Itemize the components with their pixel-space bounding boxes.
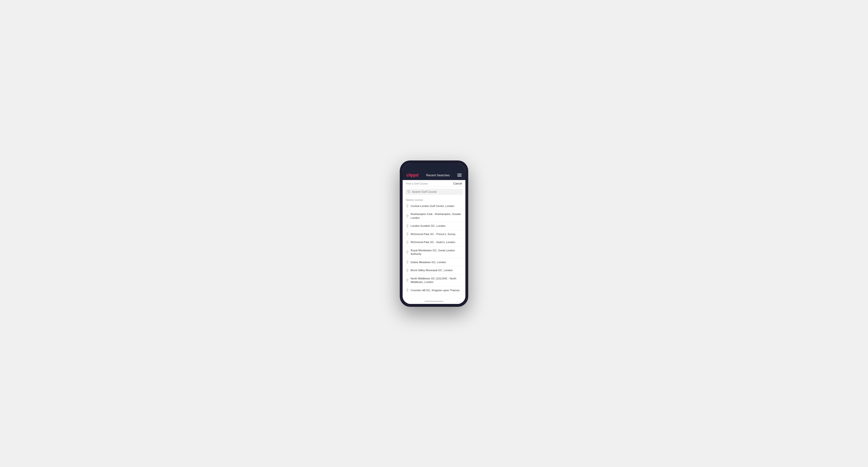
course-name: Coombe Hill GC, Kingston upon Thames [411, 289, 460, 292]
home-bar [425, 301, 443, 302]
header-title: Recent Searches [426, 174, 450, 177]
course-name: Roehampton Club - Roehampton, Greater Lo… [411, 212, 462, 220]
location-pin-icon [406, 251, 409, 254]
nearby-section-label: Nearby courses [403, 197, 465, 202]
location-pin-icon [406, 260, 409, 264]
course-name: Richmond Park GC - Duke's, London [411, 241, 455, 244]
status-bar [403, 163, 465, 171]
location-pin-icon [406, 215, 409, 218]
svg-point-3 [407, 215, 408, 216]
list-item[interactable]: North Middlesex GC (1011942 - North Midd… [403, 275, 465, 286]
svg-point-6 [407, 241, 408, 242]
list-item[interactable]: Coombe Hill GC, Kingston upon Thames [403, 286, 465, 295]
location-pin-icon [406, 205, 409, 208]
hamburger-icon[interactable] [457, 174, 462, 177]
svg-point-11 [407, 289, 408, 290]
location-pin-icon [406, 224, 409, 228]
app-logo: clippd [406, 173, 418, 178]
hamburger-line-1 [457, 174, 462, 174]
location-pin-icon [406, 269, 409, 272]
svg-point-7 [407, 251, 408, 252]
course-name: North Middlesex GC (1011942 - North Midd… [411, 277, 462, 284]
search-input[interactable] [412, 190, 461, 193]
course-name: London Scottish GC, London [411, 224, 445, 228]
location-pin-icon [406, 289, 409, 292]
list-item[interactable]: Richmond Park GC - Duke's, London [403, 238, 465, 247]
app-header: clippd Recent Searches [403, 171, 465, 180]
list-item[interactable]: Roehampton Club - Roehampton, Greater Lo… [403, 210, 465, 222]
svg-point-0 [408, 191, 409, 192]
location-pin-icon [406, 232, 409, 236]
search-box [405, 189, 463, 195]
course-name: Brent Valley Municipal GC, London [411, 269, 453, 272]
courses-container: Nearby courses Central London Golf Centr… [403, 197, 465, 299]
find-label: Find a Golf Course [406, 182, 428, 185]
course-name: Central London Golf Centre, London [411, 205, 454, 208]
list-item[interactable]: Central London Golf Centre, London [403, 202, 465, 211]
svg-point-4 [407, 225, 408, 226]
phone-screen: clippd Recent Searches Find a Golf Cours… [403, 163, 465, 304]
course-name: Richmond Park GC - Prince's, Surrey [411, 232, 456, 236]
list-item[interactable]: Dukes Meadows GC, London [403, 258, 465, 267]
svg-line-1 [409, 192, 410, 193]
course-name: Royal Wimbledon GC, Great London Authori… [411, 249, 462, 256]
svg-point-10 [407, 279, 408, 280]
find-bar: Find a Golf Course Cancel [403, 180, 465, 187]
svg-point-5 [407, 233, 408, 234]
list-item[interactable]: Royal Wimbledon GC, Great London Authori… [403, 247, 465, 258]
list-item[interactable]: Brent Valley Municipal GC, London [403, 267, 465, 275]
hamburger-line-3 [457, 176, 462, 177]
location-pin-icon [406, 241, 409, 244]
hamburger-line-2 [457, 175, 462, 175]
svg-point-8 [407, 261, 408, 262]
home-indicator [403, 299, 465, 304]
list-item[interactable]: London Scottish GC, London [403, 222, 465, 230]
svg-point-9 [407, 270, 408, 270]
search-wrapper [403, 187, 465, 197]
location-pin-icon [406, 279, 409, 282]
svg-point-2 [407, 205, 408, 206]
course-name: Dukes Meadows GC, London [411, 260, 446, 264]
list-item[interactable]: Richmond Park GC - Prince's, Surrey [403, 230, 465, 239]
search-icon [407, 190, 410, 193]
course-list: Central London Golf Centre, LondonRoeham… [403, 202, 465, 295]
phone-device: clippd Recent Searches Find a Golf Cours… [400, 160, 468, 307]
cancel-button[interactable]: Cancel [453, 182, 462, 185]
